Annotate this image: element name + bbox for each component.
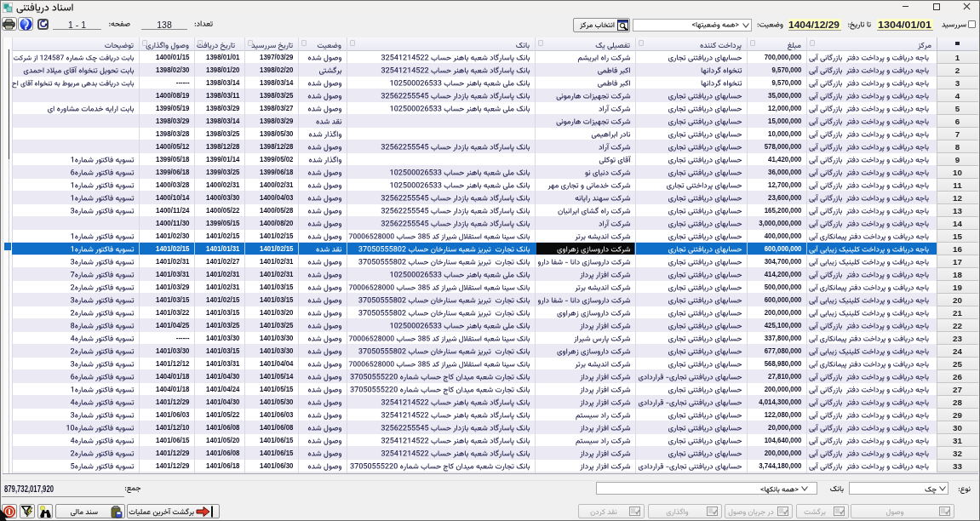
svg-text:879,732,017,920: 879,732,017,920: [4, 484, 54, 494]
